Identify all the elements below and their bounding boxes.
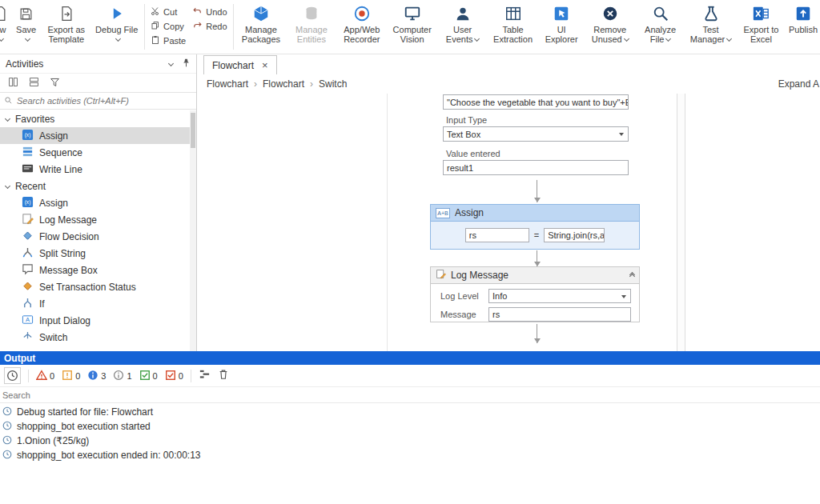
log-row[interactable]: shopping_bot execution started [0,419,820,434]
document-tab-strip: Flowchart × [198,54,820,74]
assign-value-input[interactable]: String.join(rs,arrayL [544,228,605,242]
log-row[interactable]: 1.Onion (₹25/kg) [0,434,820,448]
dropdown-arrow-icon [619,133,624,136]
output-search[interactable] [0,387,820,403]
log-row[interactable]: Debug started for file: Flowchart [0,405,820,419]
activity-item-set-transaction-status[interactable]: Set Transaction Status [0,278,191,295]
output-search-input[interactable] [2,390,820,400]
collapse-chevron-icon[interactable] [630,273,634,278]
value-entered-input[interactable]: result1 [443,160,629,175]
publish-button[interactable]: Publish [786,0,820,54]
export-to-excel-button[interactable]: Export to Excel [736,0,786,54]
test-manager-button[interactable]: Test Manager [685,0,736,54]
timestamps-toggle-button[interactable] [4,367,21,384]
log-message-input[interactable]: rs [488,307,631,322]
favorites-section-header[interactable]: Favorites [0,110,191,127]
activity-item-input-dialog[interactable]: A Input Dialog [0,312,191,329]
activity-item-assign[interactable]: (x) Assign [0,127,191,144]
log-entry-icon [2,421,12,433]
panel-menu-chevron-icon[interactable] [168,61,174,66]
computer-vision-button[interactable]: Computer Vision [387,0,437,54]
scrollbar-thumb[interactable] [191,113,195,148]
save-button[interactable]: Save [11,0,41,54]
info-filter-button[interactable]: 3 [87,370,106,382]
output-panel-titlebar[interactable]: Output [0,351,820,365]
activity-item-if[interactable]: If [0,295,191,312]
log-row[interactable]: shopping_bot execution ended in: 00:00:1… [0,448,820,462]
dropdown-chevron-icon [0,36,5,42]
dropdown-chevron-icon [474,36,480,42]
dialog-prompt-input[interactable]: "Choose the vegetable that you want to b… [443,94,629,110]
copy-button[interactable]: Copy [151,20,186,32]
trace-filter-button[interactable]: 1 [113,370,131,382]
redo-button[interactable]: Redo [192,20,227,32]
new-button[interactable]: ew [0,0,11,54]
activity-item-sequence[interactable]: Sequence [0,144,191,161]
errors-filter-button[interactable]: 0 [36,370,54,382]
activity-item-label: Set Transaction Status [39,282,136,293]
ribbon-separator [144,4,145,50]
manage-packages-button[interactable]: Manage Packages [236,0,287,54]
expand-all-button[interactable]: Expand A [778,78,820,90]
log-level-dropdown[interactable]: Info [488,289,631,303]
tab-label: Flowchart [212,60,254,71]
remove-unused-icon [601,4,619,23]
breadcrumb-item-switch[interactable]: Switch [319,78,347,90]
paste-button[interactable]: Paste [151,34,186,46]
search-icon [4,94,13,108]
passed-filter-button[interactable]: 0 [139,370,158,382]
debug-file-button[interactable]: Debug File [91,0,142,54]
activity-item-flow-decision[interactable]: Flow Decision [0,228,191,245]
input-type-dropdown[interactable]: Text Box [443,126,629,142]
breadcrumb-item-flowchart-2[interactable]: Flowchart [263,78,304,90]
remove-unused-label: Remove Unused [592,25,626,44]
tab-flowchart[interactable]: Flowchart × [203,55,277,74]
trace-count: 1 [127,371,131,381]
breadcrumb-item-flowchart[interactable]: Flowchart [207,78,248,90]
collapse-all-activities-icon[interactable] [29,76,39,90]
failed-filter-button[interactable]: 0 [165,370,183,382]
export-as-template-button[interactable]: Export as Template [41,0,91,54]
activities-search-input[interactable] [17,96,192,106]
activities-search[interactable] [0,92,196,110]
analyze-file-button[interactable]: Analyze File [635,0,685,54]
recent-section-header[interactable]: Recent [0,178,191,194]
filter-icon[interactable] [50,76,60,90]
activity-item-log-message[interactable]: Log Message [0,211,191,228]
assign-activity-block[interactable]: A+B Assign rs = String.join(rs,arrayL [430,204,640,250]
clear-logs-trash-icon[interactable] [218,369,229,383]
group-logs-icon[interactable] [199,368,211,383]
expand-all-activities-icon[interactable] [8,76,18,90]
warnings-filter-button[interactable]: 0 [62,370,80,382]
activity-item-message-box[interactable]: Message Box [0,262,191,278]
info-icon [87,370,98,382]
output-toolbar: 0 0 3 1 0 0 [0,365,820,387]
activities-scrollbar[interactable] [190,110,196,351]
user-events-button[interactable]: User Events [437,0,488,54]
activity-item-label: Sequence [39,147,82,158]
tab-close-icon[interactable]: × [262,60,268,70]
assign-to-input[interactable]: rs [465,228,529,242]
activity-item-write-line[interactable]: Write Line [0,161,191,178]
ui-explorer-button[interactable]: UI Explorer [538,0,585,54]
log-message-title: Log Message [451,270,508,281]
ribbon: ew Save Export as Template Debug File Cu… [0,0,820,54]
cut-button[interactable]: Cut [151,6,186,18]
pin-icon[interactable] [182,58,191,70]
activity-item-assign[interactable]: (x) Assign [0,194,191,211]
undo-button[interactable]: Undo [192,6,227,18]
value-entered-value: result1 [447,163,473,173]
designer-scrollbar[interactable] [677,94,685,351]
dropdown-chevron-icon [726,36,732,42]
app-web-recorder-button[interactable]: App/Web Recorder [336,0,387,54]
log-message-activity-block[interactable]: Log Message Log Level Info Message rs [430,266,640,322]
ribbon-separator [233,4,234,50]
designer-canvas[interactable]: "Choose the vegetable that you want to b… [198,94,820,351]
log-text: shopping_bot execution ended in: 00:00:1… [17,450,201,461]
recent-label: Recent [15,181,46,192]
activity-item-split-string[interactable]: Split String [0,245,191,262]
remove-unused-button[interactable]: Remove Unused [585,0,635,54]
activity-item-switch[interactable]: Switch [0,329,191,346]
write-line-icon [22,162,34,177]
table-extraction-button[interactable]: Table Extraction [488,0,538,54]
